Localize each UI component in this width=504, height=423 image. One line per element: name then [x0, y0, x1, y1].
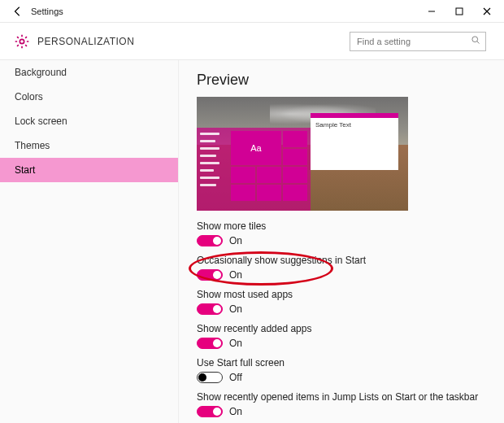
setting-label: Use Start full screen — [197, 357, 493, 368]
preview-image: Aa Sample Text — [197, 97, 408, 211]
svg-point-2 — [20, 39, 24, 43]
titlebar: Settings — [0, 0, 504, 23]
toggle-state-label: Off — [229, 372, 242, 383]
search-icon — [471, 35, 480, 47]
preview-sample-text: Sample Text — [315, 121, 351, 129]
preview-tile-aa: Aa — [231, 131, 281, 165]
settings-list: Show more tilesOnOccasionally show sugge… — [197, 220, 493, 417]
minimize-button[interactable] — [418, 0, 445, 23]
setting-label: Show recently added apps — [197, 323, 493, 334]
sidebar: BackgroundColorsLock screenThemesStart — [0, 60, 179, 423]
setting-label: Show recently opened items in Jump Lists… — [197, 391, 493, 403]
setting-row: Show recently opened items in Jump Lists… — [197, 391, 493, 417]
maximize-button[interactable] — [445, 0, 473, 23]
toggle-state-label: On — [229, 269, 242, 281]
toggle-switch[interactable] — [197, 338, 223, 349]
setting-row: Use Start full screenOff — [197, 357, 493, 383]
setting-label: Occasionally show suggestions in Start — [197, 255, 493, 266]
setting-label: Show most used apps — [197, 289, 493, 300]
setting-row: Occasionally show suggestions in StartOn — [197, 255, 493, 281]
window-title: Settings — [31, 7, 63, 16]
content-pane: Preview Aa — [179, 60, 504, 423]
toggle-switch[interactable] — [197, 269, 223, 281]
toggle-state-label: On — [229, 235, 242, 246]
toggle-switch[interactable] — [197, 372, 223, 383]
setting-row: Show more tilesOn — [197, 220, 493, 246]
preview-sample-window: Sample Text — [311, 113, 398, 170]
toggle-state-label: On — [229, 406, 242, 417]
svg-line-4 — [477, 41, 480, 44]
sidebar-item-colors[interactable]: Colors — [0, 85, 178, 109]
preview-heading: Preview — [197, 72, 493, 89]
toggle-switch[interactable] — [197, 235, 223, 246]
toggle-switch[interactable] — [197, 303, 223, 315]
gear-icon — [13, 33, 31, 50]
setting-row: Show recently added appsOn — [197, 323, 493, 349]
search-input[interactable] — [355, 36, 471, 47]
sidebar-item-lock-screen[interactable]: Lock screen — [0, 109, 178, 133]
toggle-state-label: On — [229, 303, 242, 315]
sidebar-item-themes[interactable]: Themes — [0, 133, 178, 158]
toggle-switch[interactable] — [197, 406, 223, 417]
page-title: PERSONALIZATION — [37, 36, 134, 47]
preview-start-panel: Aa — [197, 128, 311, 211]
back-button[interactable] — [8, 2, 28, 21]
setting-row: Show most used appsOn — [197, 289, 493, 315]
toggle-state-label: On — [229, 338, 242, 349]
setting-label: Show more tiles — [197, 220, 493, 232]
svg-rect-1 — [456, 8, 463, 15]
close-button[interactable] — [473, 0, 501, 23]
search-box[interactable] — [350, 32, 486, 51]
sidebar-item-start[interactable]: Start — [0, 158, 178, 182]
svg-point-3 — [472, 37, 478, 42]
page-header: PERSONALIZATION — [0, 23, 504, 60]
sidebar-item-background[interactable]: Background — [0, 60, 178, 85]
